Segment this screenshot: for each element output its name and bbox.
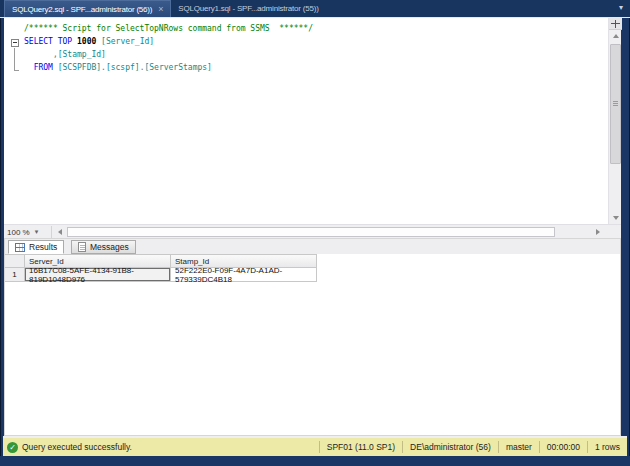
tab-sqlquery2-label: SQLQuery2.sql - SPF...administrator (56)…	[12, 5, 152, 14]
triangle-down-icon	[613, 216, 619, 220]
code-line: /****** Script for SelectTopNRows comman…	[24, 22, 313, 35]
tab-sqlquery2[interactable]: SQLQuery2.sql - SPF...administrator (56)…	[4, 0, 171, 17]
status-user: DE\administrator (56)	[402, 441, 498, 453]
status-server: SPF01 (11.0 SP1)	[319, 441, 402, 453]
scroll-left-button[interactable]	[54, 226, 66, 238]
close-icon[interactable]: ×	[158, 5, 163, 13]
results-tab-strip: Results Messages	[5, 239, 620, 254]
code-line: ,[Stamp_Id]	[24, 48, 313, 61]
horizontal-scrollbar-thumb[interactable]	[67, 227, 555, 237]
tab-messages-label: Messages	[90, 242, 129, 252]
tab-sqlquery1-label: SQLQuery1.sql - SPF...administrator (55)…	[178, 4, 318, 13]
triangle-right-icon	[596, 229, 600, 235]
window-bottom-border	[0, 456, 630, 466]
tab-results-label: Results	[29, 242, 57, 252]
code-line: FROM [SCSPFDB].[scspf].[ServerStamps]	[24, 61, 313, 74]
status-row-count: 1 rows	[587, 441, 627, 453]
scrollbar-corner	[606, 225, 621, 239]
scroll-right-button[interactable]	[592, 226, 604, 238]
outline-collapse-toggle-icon[interactable]	[11, 39, 19, 47]
vertical-scrollbar-thumb[interactable]	[610, 44, 621, 164]
scroll-down-button[interactable]	[609, 212, 622, 224]
ssms-window: SQLQuery2.sql - SPF...administrator (56)…	[0, 0, 630, 466]
zoom-level-dropdown[interactable]: 100 % ▾	[7, 226, 38, 238]
scroll-up-button[interactable]	[609, 30, 622, 42]
status-bar: ✓ Query executed successfully. SPF01 (11…	[3, 438, 627, 456]
success-check-icon: ✓	[7, 442, 18, 453]
outline-region-line	[14, 48, 15, 70]
divider	[51, 226, 52, 238]
row-header[interactable]: 1	[5, 268, 25, 282]
status-right-group: SPF01 (11.0 SP1) DE\administrator (56) m…	[319, 438, 627, 456]
grid-corner-cell[interactable]	[5, 254, 25, 268]
code-line: SELECT TOP 1000 [Server_Id]	[24, 35, 313, 48]
outline-region-end	[14, 70, 19, 71]
tab-sqlquery1[interactable]: SQLQuery1.sql - SPF...administrator (55)…	[171, 0, 325, 17]
document-tab-bar: SQLQuery2.sql - SPF...administrator (56)…	[0, 0, 630, 17]
sql-editor[interactable]: /****** Script for SelectTopNRows comman…	[4, 18, 621, 224]
chevron-down-icon[interactable]: ▾	[619, 3, 623, 12]
status-message: Query executed successfully.	[22, 442, 132, 452]
status-database: master	[498, 441, 539, 453]
messages-page-icon	[78, 242, 86, 252]
code-area[interactable]: /****** Script for SelectTopNRows comman…	[4, 18, 608, 224]
editor-bottom-strip: 100 % ▾	[4, 224, 621, 238]
results-grid: Server_Id Stamp_Id 1 16B17C08-5AFE-4134-…	[5, 254, 317, 282]
tab-messages[interactable]: Messages	[71, 240, 136, 254]
cell-server-id[interactable]: 16B17C08-5AFE-4134-91B8-819D1048D976	[25, 268, 171, 282]
chevron-down-icon: ▾	[35, 228, 39, 236]
vertical-scrollbar[interactable]	[608, 18, 621, 224]
cell-stamp-id[interactable]: 52F222E0-F09F-4A7D-A1AD-579339DC4B18	[171, 268, 317, 282]
results-pane: Results Messages Server_Id Stamp_Id 1 16…	[4, 238, 621, 436]
triangle-left-icon	[58, 229, 62, 235]
scrollbar-grip-icon	[613, 101, 618, 102]
tab-results[interactable]: Results	[8, 240, 64, 254]
results-grid-icon	[15, 243, 25, 252]
code-lines: /****** Script for SelectTopNRows comman…	[24, 22, 313, 74]
status-duration: 00:00:00	[539, 441, 587, 453]
zoom-level-value: 100 %	[7, 228, 30, 237]
split-handle-icon[interactable]	[609, 18, 622, 30]
table-row: 1 16B17C08-5AFE-4134-91B8-819D1048D976 5…	[5, 268, 317, 282]
triangle-up-icon	[613, 34, 619, 38]
